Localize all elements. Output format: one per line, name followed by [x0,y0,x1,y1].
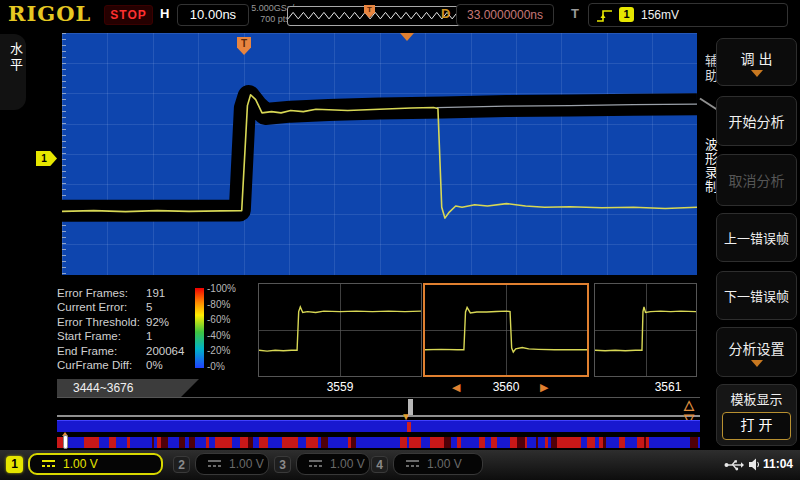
speaker-icon [749,458,760,471]
scale-tick: -40% [207,330,236,341]
next-frame-arrow-icon[interactable]: ▶ [540,380,548,395]
error-strip-segment [137,437,145,448]
menu-button-next-error-frame[interactable]: 下一错误帧 [716,271,797,320]
error-strip-segment [298,437,306,448]
frame-number-3559: 3559 [300,380,380,395]
channel3-badge[interactable]: 3 [274,456,291,473]
channel1-scale-box[interactable]: 1.00 V [28,453,163,475]
template-display-label: 模板显示 [717,389,796,408]
slider-handle[interactable] [63,435,68,449]
error-strip-segment [285,437,292,448]
error-strip-segment [321,437,328,448]
error-strip-segment [109,437,116,448]
info-row: End Frame:200064 [57,344,192,358]
delay-label: D [441,6,450,21]
coupling-icon [406,460,419,468]
channel1-position-marker[interactable]: 1 [36,151,57,166]
menu-button-analysis-settings[interactable]: 分析设置 [716,327,797,377]
error-strip-segment [130,437,137,448]
record-position-bar[interactable]: ▼ [57,420,702,432]
info-row: CurFrame Diff:0% [57,358,192,372]
trigger-label: T [571,6,579,21]
error-strip-segment [87,437,95,448]
rigol-logo: RIGOL [8,1,91,26]
analysis-info: Error Frames:191 Current Error:5 Error T… [57,286,192,372]
error-strip-segment [611,437,619,448]
rising-edge-icon [596,8,614,23]
timebase-value[interactable]: 10.00ns [177,4,249,26]
error-strip-segment [392,437,400,448]
channel1-badge[interactable]: 1 [6,456,23,473]
error-strip-segment [563,437,570,448]
channel4-badge[interactable]: 4 [371,456,388,473]
menu-button-recall[interactable]: 调 出 [716,38,797,86]
dropdown-arrow-icon [751,360,763,367]
channel2-scale-box[interactable]: 1.00 V [195,453,269,475]
delay-value[interactable]: 33.0000000ns [456,4,554,26]
coupling-icon [208,460,221,468]
frame-preview-3561[interactable] [594,283,697,377]
oscilloscope-screen: RIGOL STOP H 10.00ns 5.000GSa/s 700 pts … [0,0,800,480]
frame-number-3560: 3560 [466,380,546,395]
frame-number-3561: 3561 [628,380,708,395]
coupling-icon [309,460,322,468]
menu-button-start-analysis[interactable]: 开始分析 [716,96,797,146]
error-strip-segment [628,437,635,448]
error-strip-segment [430,437,438,448]
error-strip-slider[interactable] [62,432,69,449]
error-strip-segment [510,437,517,448]
scale-tick: -20% [207,345,236,356]
channel2-badge[interactable]: 2 [173,456,190,473]
error-strip-segment [570,437,578,448]
scale-tick: -100% [207,283,236,294]
channel4-scale-box[interactable]: 1.00 V [393,453,483,475]
frame-preview-3560-selected[interactable] [423,283,589,377]
frame-preview-3559[interactable] [258,283,422,377]
channel2-scale-value: 1.00 V [229,457,264,471]
menu-button-label: 调 出 [741,48,773,68]
preview-trace [425,308,587,353]
channel-status-bar: 1 1.00 V 2 1.00 V 3 1.00 V 4 1.00 V [0,450,800,480]
error-color-scale-labels: -100% -80% -60% -40% -20% -0% [207,283,236,372]
error-strip-segment [161,437,168,448]
channel3-scale-box[interactable]: 1.00 V [296,453,370,475]
menu-button-label: 开始分析 [729,111,785,131]
error-strip-segment [101,437,109,448]
error-strip-segment [517,437,525,448]
template-display-value[interactable]: 打 开 [722,412,791,440]
error-strip-segment [409,437,416,448]
error-strip-segment [311,437,318,448]
info-row: Start Frame:1 [57,329,192,343]
info-row: Error Threshold:92% [57,315,192,329]
error-strip-segment [655,437,662,448]
error-strip-segment [637,437,644,448]
error-strip-segment [497,437,505,448]
clock-time: 11:04 [763,457,793,471]
error-strip-segment [538,437,545,448]
menu-button-prev-error-frame[interactable]: 上一错误帧 [716,213,797,262]
soft-menu-panel: 辅助 波形录制 调 出 开始分析 取消分析 上一错误帧 下一错误帧 分析设置 模… [700,28,800,450]
current-frame-marker-icon: ▼ [401,412,411,422]
waveform-traces [62,33,697,275]
error-strip-segment [341,437,348,448]
run-state-button[interactable]: STOP [104,5,153,25]
header-bar: RIGOL STOP H 10.00ns 5.000GSa/s 700 pts … [0,0,800,28]
info-row: Error Frames:191 [57,286,192,300]
frame-scrollbar[interactable] [57,397,700,417]
channel4-scale-value: 1.00 V [427,457,462,471]
error-strip-segment [677,437,684,448]
trigger-info-box[interactable]: 1 156mV [588,3,788,27]
info-row: Current Error:5 [57,300,192,314]
menu-button-template-display[interactable]: 模板显示 打 开 [716,384,797,446]
trigger-source-badge: 1 [619,7,634,22]
error-frame-strip[interactable] [57,437,702,448]
error-strip-segment [271,437,278,448]
menu-button-label: 上一错误帧 [724,228,789,247]
menu-button-cancel-analysis[interactable]: 取消分析 [716,154,797,206]
scroll-up-icon[interactable]: △ [684,398,694,411]
error-strip-segment [529,437,536,448]
prev-frame-arrow-icon[interactable]: ◀ [452,380,460,395]
current-error-marker [407,422,411,432]
preview-trace [595,307,696,351]
frame-range-tab: 3444~3676 [57,379,199,397]
